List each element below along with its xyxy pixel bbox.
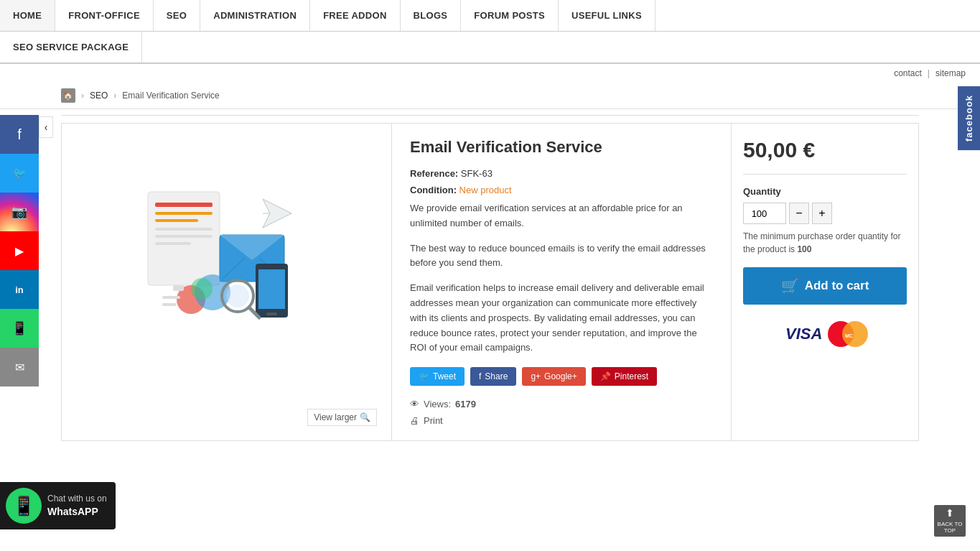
tweet-label: Tweet [433,371,456,381]
product-title: Email Verification Service [410,138,713,157]
nav-front-office[interactable]: FRONT-OFFICE [55,0,154,31]
print-icon: 🖨 [410,415,419,426]
eye-icon: 👁 [410,399,419,409]
product-reference: Reference: SFK-63 [410,168,713,179]
svg-rect-5 [155,235,213,238]
zoom-icon: 🔍 [360,412,370,422]
view-larger-label: View larger [314,412,357,422]
product-image-placeholder [76,138,377,368]
product-desc-2: The best way to reduce bounced emails is… [410,241,713,272]
svg-rect-2 [155,212,213,215]
facebook-icon: f [479,371,481,381]
main-navigation: HOME FRONT-OFFICE SEO ADMINISTRATION FRE… [0,0,980,32]
nav-useful-links[interactable]: USEFUL LINKS [559,0,655,31]
nav-forum-posts[interactable]: FORUM POSTS [461,0,559,31]
breadcrumb-home-icon[interactable]: 🏠 [61,88,75,103]
whatsapp-social-button[interactable]: 📱 [0,309,39,348]
instagram-social-button[interactable]: 📷 [0,193,39,231]
breadcrumb-separator-1: › [81,91,84,101]
views-print-section: 👁 Views: 6179 🖨 Print [410,399,713,426]
svg-point-18 [191,278,213,300]
left-social-sidebar: f 🐦 📷 ▶ in 📱 ✉ [0,115,39,386]
add-to-cart-button[interactable]: 🛒 Add to cart [743,267,907,305]
google-plus-button[interactable]: g+ Google+ [522,367,585,386]
view-larger-button[interactable]: View larger 🔍 [307,409,377,426]
svg-text:MC: MC [845,333,853,338]
header-separator: | [928,68,930,78]
product-image-section: View larger 🔍 [62,124,392,440]
secondary-navigation: SEO SERVICE PACKAGE [0,32,980,64]
tweet-button[interactable]: 🐦 Tweet [410,367,465,386]
facebook-share-button[interactable]: f Share [470,367,516,386]
main-product-area: View larger 🔍 Email Verification Service… [61,123,919,441]
share-label: Share [485,371,508,381]
print-label: Print [424,415,443,426]
nav-blogs[interactable]: BLOGS [401,0,462,31]
min-order-text: The minimum purchase order quantity for … [743,231,900,254]
header-links: contact | sitemap [0,64,980,83]
pinterest-icon: 📌 [600,371,611,381]
condition-value: New product [459,185,512,195]
print-row[interactable]: 🖨 Print [410,415,713,426]
nav-home[interactable]: HOME [0,0,55,31]
pinterest-label: Pinterest [615,371,648,381]
nav-seo-service-package[interactable]: SEO SERVICE PACKAGE [0,32,142,62]
svg-rect-3 [155,219,198,222]
twitter-icon: 🐦 [419,371,429,381]
product-condition: Condition: New product [410,185,713,195]
quantity-input[interactable] [743,203,786,224]
product-illustration [134,177,320,328]
youtube-social-button[interactable]: ▶ [0,231,39,270]
svg-point-20 [226,284,249,307]
add-to-cart-label: Add to cart [805,279,869,293]
facebook-tab[interactable]: facebook [958,86,980,150]
twitter-social-button[interactable]: 🐦 [0,154,39,193]
product-desc-3: Email verification helps to increase ema… [410,281,713,356]
views-count: 6179 [455,399,476,409]
breadcrumb-current: Email Verification Service [122,91,219,101]
sitemap-link[interactable]: sitemap [935,68,966,78]
condition-label: Condition: [410,185,457,195]
breadcrumb-separator-2: › [113,91,116,101]
product-price: 50,00 € [743,138,907,175]
svg-rect-22 [173,285,184,291]
email-social-button[interactable]: ✉ [0,348,39,386]
quantity-label: Quantity [743,186,907,197]
min-order-value: 100 [797,244,811,254]
visa-mastercard-logo: VISA MC [782,316,868,352]
svg-rect-6 [155,242,191,245]
social-share-buttons: 🐦 Tweet f Share g+ Google+ 📌 Pinterest [410,367,713,386]
facebook-social-button[interactable]: f [0,115,39,154]
payment-icons: VISA MC [743,316,907,352]
min-order-notice: The minimum purchase order quantity for … [743,230,907,256]
reference-value: SFK-63 [461,168,493,179]
breadcrumb-seo[interactable]: SEO [90,91,108,101]
product-desc-1: We provide email verification services a… [410,201,713,231]
svg-rect-23 [162,296,180,299]
google-icon: g+ [531,371,541,381]
linkedin-social-button[interactable]: in [0,270,39,309]
pinterest-button[interactable]: 📌 Pinterest [592,367,657,386]
svg-rect-24 [162,303,177,306]
svg-rect-1 [155,203,213,207]
quantity-increase-button[interactable]: + [812,203,832,224]
views-row: 👁 Views: 6179 [410,399,713,409]
cart-icon: 🛒 [781,277,799,295]
quantity-decrease-button[interactable]: − [789,203,809,224]
breadcrumb: 🏠 › SEO › Email Verification Service [0,83,980,109]
svg-text:VISA: VISA [785,325,822,343]
google-label: Google+ [544,371,577,381]
nav-seo[interactable]: SEO [154,0,200,31]
svg-rect-14 [258,269,285,309]
svg-rect-15 [266,312,277,315]
contact-link[interactable]: contact [894,68,922,78]
sidebar-collapse-arrow[interactable]: ‹ [39,116,53,138]
cart-section: 50,00 € Quantity − + The minimum purchas… [732,124,918,440]
page-divider [61,115,919,116]
product-details-section: Email Verification Service Reference: SF… [392,124,732,440]
nav-free-addon[interactable]: FREE ADDON [310,0,400,31]
svg-rect-4 [155,228,213,231]
views-label: Views: [424,399,451,409]
reference-label: Reference: [410,168,458,179]
nav-administration[interactable]: ADMINISTRATION [200,0,310,31]
